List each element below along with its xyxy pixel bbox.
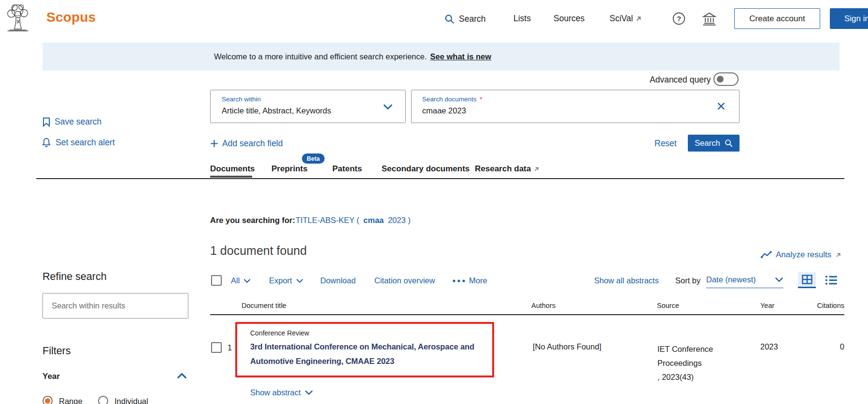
export-dropdown[interactable]: Export — [269, 276, 303, 285]
search-suggestion-link[interactable]: TITLE-ABS-KEY ( cmaa 2023 ) — [296, 216, 411, 225]
tab-preprints[interactable]: Preprints — [271, 164, 308, 174]
column-header-authors: Authors — [531, 302, 555, 309]
save-search-label: Save search — [55, 117, 101, 127]
set-search-alert-label: Set search alert — [56, 138, 115, 148]
list-view-button[interactable] — [825, 275, 838, 285]
elsevier-tree-logo[interactable] — [4, 2, 32, 31]
individual-radio-label: Individual — [114, 397, 148, 404]
chevron-down-icon — [305, 390, 313, 395]
citation-overview-button[interactable]: Citation overview — [374, 276, 435, 285]
grid-view-button[interactable] — [798, 272, 816, 288]
tab-research-data-label: Research data — [475, 164, 531, 174]
chevron-up-icon — [177, 373, 187, 379]
individual-radio[interactable] — [98, 396, 108, 404]
ellipsis-icon — [453, 279, 465, 282]
column-header-year: Year — [760, 302, 774, 309]
filters-title: Filters — [43, 345, 71, 357]
required-asterisk: * — [480, 96, 482, 103]
svg-text:?: ? — [677, 14, 681, 23]
chevron-down-icon — [243, 279, 251, 283]
external-link-icon — [533, 166, 540, 172]
tab-secondary-documents[interactable]: Secondary documents — [382, 164, 470, 174]
advanced-query-label: Advanced query — [650, 75, 711, 85]
range-radio-label: Range — [59, 397, 83, 404]
sort-value: Date (newest) — [706, 275, 756, 284]
nav-lists[interactable]: Lists — [513, 14, 531, 24]
chevron-down-icon — [775, 277, 783, 282]
select-all-label: All — [231, 276, 240, 285]
column-header-citations: Citations — [797, 302, 844, 309]
analyze-results-link[interactable]: Analyze results — [761, 250, 841, 260]
set-search-alert-link[interactable]: Set search alert — [42, 138, 115, 148]
chevron-down-icon — [383, 104, 393, 110]
table-header-divider — [210, 314, 844, 315]
search-suggestion-prefix: Are you searching for: — [210, 216, 295, 225]
close-icon — [717, 102, 726, 111]
toggle-knob — [717, 76, 724, 83]
query-pre: TITLE-ABS-KEY ( — [296, 216, 359, 224]
more-label: More — [469, 276, 487, 285]
search-within-value: Article title, Abstract, Keywords — [222, 106, 331, 115]
search-documents-value: cmaae 2023 — [422, 106, 466, 115]
row-index: 1 — [228, 343, 232, 352]
chevron-down-icon — [296, 279, 303, 283]
source-line: Proceedings — [657, 356, 713, 370]
nav-scival[interactable]: SciVal — [610, 14, 642, 24]
tab-patents[interactable]: Patents — [332, 164, 362, 174]
nav-search[interactable]: Search — [444, 13, 485, 25]
search-documents-field[interactable]: Search documents * cmaae 2023 — [411, 90, 740, 123]
export-label: Export — [269, 276, 292, 285]
reset-button[interactable]: Reset — [655, 139, 677, 149]
range-radio[interactable] — [43, 396, 53, 404]
add-search-field-button[interactable]: Add search field — [210, 139, 283, 149]
create-account-button[interactable]: Create account — [734, 8, 820, 29]
download-button[interactable]: Download — [320, 276, 356, 285]
column-header-document-title: Document title — [242, 302, 286, 309]
search-within-label: Search within — [222, 96, 261, 103]
citations-cell: 0 — [797, 342, 844, 351]
year-cell: 2023 — [760, 342, 778, 351]
document-title-link[interactable]: 3rd International Conference on Mechanic… — [250, 339, 494, 368]
beta-badge: Beta — [302, 153, 325, 164]
row-checkbox[interactable] — [211, 342, 222, 353]
show-abstract-button[interactable]: Show abstract — [250, 388, 313, 397]
sort-dropdown[interactable]: Date (newest) — [706, 275, 783, 288]
show-all-abstracts-button[interactable]: Show all abstracts — [594, 276, 659, 285]
search-within-results-input[interactable] — [43, 293, 188, 319]
scopus-brand[interactable]: Scopus — [46, 10, 96, 25]
tab-research-data[interactable]: Research data — [475, 164, 540, 174]
plus-icon — [210, 139, 218, 148]
bell-icon — [42, 138, 51, 148]
sort-by-label: Sort by — [675, 276, 700, 285]
advanced-query-toggle[interactable] — [713, 72, 739, 86]
clear-search-button[interactable] — [717, 102, 726, 111]
range-radio-dot — [45, 398, 50, 404]
bookmark-icon — [43, 117, 50, 127]
tab-documents[interactable]: Documents — [210, 164, 255, 174]
more-button[interactable]: More — [453, 276, 487, 285]
select-all-checkbox[interactable] — [211, 275, 222, 286]
query-post: 2023 ) — [388, 216, 411, 224]
nav-search-label: Search — [459, 14, 485, 24]
institution-icon — [702, 12, 717, 26]
sign-in-button[interactable]: Sign in — [830, 8, 868, 29]
list-view-icon — [825, 275, 838, 285]
search-documents-label: Search documents * — [422, 96, 483, 103]
source-line: IET Conference — [657, 342, 713, 356]
save-search-link[interactable]: Save search — [43, 117, 101, 127]
institution-button[interactable] — [702, 12, 717, 26]
see-what-is-new-link[interactable]: See what is new — [430, 52, 492, 61]
search-icon — [444, 14, 455, 24]
select-all-dropdown[interactable]: All — [231, 276, 251, 285]
year-collapse-button[interactable] — [177, 373, 187, 379]
nav-sources[interactable]: Sources — [554, 14, 584, 24]
help-button[interactable]: ? — [672, 12, 685, 25]
search-button[interactable]: Search — [688, 135, 740, 152]
search-within-dropdown[interactable]: Search within Article title, Abstract, K… — [210, 90, 406, 123]
results-count: 1 document found — [210, 244, 307, 258]
column-header-source: Source — [657, 302, 679, 309]
year-filter-label: Year — [43, 372, 60, 381]
welcome-banner: Welcome to a more intuitive and efficien… — [43, 42, 840, 70]
show-abstract-label: Show abstract — [250, 388, 301, 397]
add-search-field-label: Add search field — [222, 139, 283, 149]
